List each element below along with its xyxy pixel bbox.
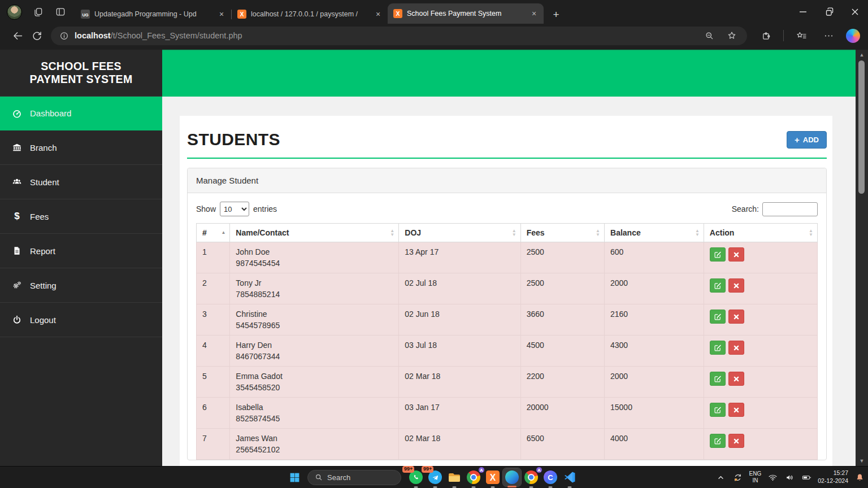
column-label: DOJ <box>405 228 421 237</box>
taskbar-app-vscode[interactable] <box>561 468 579 486</box>
tab-actions-icon[interactable] <box>54 5 67 19</box>
student-row: 6Isabella852587454503 Jan 172000015000 <box>197 398 818 429</box>
page-length-select[interactable]: 10 <box>220 202 249 216</box>
tab-close-icon[interactable]: × <box>529 8 539 19</box>
sidebar-item-label: Student <box>30 177 59 187</box>
edit-button[interactable] <box>710 341 726 355</box>
restore-button[interactable] <box>816 0 842 24</box>
language-indicator[interactable]: ENG IN <box>749 470 762 485</box>
page-length-control: Show 10 entries <box>196 202 277 216</box>
browser-scrollbar[interactable]: ▲ ▼ <box>856 50 868 466</box>
start-button[interactable] <box>286 469 303 486</box>
delete-button[interactable] <box>728 310 744 324</box>
delete-button[interactable] <box>728 278 744 293</box>
clock[interactable]: 15:27 02-12-2024 <box>818 469 848 485</box>
sidebar-item-setting[interactable]: Setting <box>0 268 162 303</box>
top-header-bar <box>162 50 856 97</box>
edit-button[interactable] <box>710 247 726 262</box>
taskbar-app-telegram[interactable]: 99+ <box>426 468 444 486</box>
tray-chevron-up-icon[interactable] <box>715 472 727 483</box>
toolbar-divider <box>783 30 784 41</box>
tray-date: 02-12-2024 <box>818 477 848 485</box>
edit-button[interactable] <box>710 434 726 448</box>
edit-button[interactable] <box>710 403 726 417</box>
settings-more-icon[interactable] <box>819 26 838 45</box>
column-header-action[interactable]: Action▲▼ <box>704 224 817 242</box>
taskbar-app-edge[interactable] <box>503 468 521 486</box>
column-header-balance[interactable]: Balance▲▼ <box>605 224 704 242</box>
column-label: Balance <box>610 228 641 237</box>
scroll-up-arrow[interactable]: ▲ <box>856 52 868 58</box>
delete-button[interactable] <box>728 372 744 386</box>
site-info-icon[interactable] <box>58 29 70 42</box>
cell-doj: 03 Jul 18 <box>399 336 520 367</box>
table-search-control: Search: <box>732 202 818 216</box>
column-header-fees[interactable]: Fees▲▼ <box>520 224 604 242</box>
battery-icon[interactable] <box>801 472 812 483</box>
delete-button[interactable] <box>728 403 744 417</box>
back-button[interactable] <box>8 26 27 45</box>
notification-count-badge: 99+ <box>402 466 414 473</box>
address-bar[interactable]: localhost/t/School_Fees_System/student.p… <box>51 27 747 45</box>
tab-close-icon[interactable]: × <box>216 9 227 19</box>
taskbar-app-chrome[interactable]: A <box>465 468 483 486</box>
workspaces-icon[interactable] <box>31 5 45 19</box>
new-tab-button[interactable]: + <box>548 6 564 22</box>
sidebar-item-label: Branch <box>30 143 57 152</box>
zoom-out-icon[interactable] <box>702 28 717 43</box>
delete-button[interactable] <box>728 341 744 355</box>
column-header-name-contact[interactable]: Name/Contact▲▼ <box>230 224 399 242</box>
edit-button[interactable] <box>710 310 726 324</box>
browser-tab[interactable]: UGUpdategadh Programming - Upd× <box>75 5 231 24</box>
sidebar-item-dashboard[interactable]: Dashboard <box>0 96 162 130</box>
favorite-star-icon[interactable] <box>724 28 739 43</box>
sidebar-item-student[interactable]: Student <box>0 165 162 199</box>
favorites-list-icon[interactable] <box>792 26 811 45</box>
delete-button[interactable] <box>728 247 744 262</box>
c-app-icon: C <box>544 470 557 484</box>
volume-icon[interactable] <box>784 472 795 483</box>
copilot-icon[interactable] <box>846 29 860 43</box>
sort-both-icon: ▲▼ <box>596 229 600 237</box>
cell-balance: 2000 <box>605 273 704 304</box>
cell-action <box>704 367 817 398</box>
notification-bell-icon[interactable] <box>854 472 865 483</box>
extensions-icon[interactable] <box>756 26 775 45</box>
browser-tab[interactable]: Xlocalhost / 127.0.0.1 / paysystem /× <box>232 5 388 24</box>
delete-button[interactable] <box>728 434 744 448</box>
edit-button[interactable] <box>710 372 726 386</box>
sidebar-item-fees[interactable]: $Fees <box>0 199 162 234</box>
student-contact: 7854885214 <box>236 290 393 299</box>
sidebar-item-branch[interactable]: Branch <box>0 130 162 165</box>
sidebar-item-logout[interactable]: Logout <box>0 303 162 337</box>
taskbar-app-xampp[interactable]: X <box>484 468 502 486</box>
cell-action <box>704 304 817 336</box>
column-header-doj[interactable]: DOJ▲▼ <box>399 224 520 242</box>
edit-button[interactable] <box>710 278 726 293</box>
browser-titlebar: UGUpdategadh Programming - Upd×Xlocalhos… <box>0 0 868 24</box>
taskbar-app-chrome[interactable]: A <box>522 468 540 486</box>
page-header: STUDENTS + ADD <box>187 130 827 149</box>
tab-close-icon[interactable]: × <box>373 9 383 19</box>
minimize-button[interactable] <box>790 0 816 24</box>
wifi-icon[interactable] <box>767 472 778 483</box>
scroll-down-arrow[interactable]: ▼ <box>856 458 868 464</box>
taskbar-app-c-app[interactable]: C <box>541 468 559 486</box>
scrollbar-thumb[interactable] <box>858 60 865 194</box>
student-row: 7James Wan256545210202 Mar 1865004000 <box>197 429 818 460</box>
column-header-index[interactable]: #▲ <box>197 224 230 242</box>
refresh-button[interactable] <box>27 26 46 45</box>
column-label: # <box>202 228 207 237</box>
browser-profile-avatar[interactable] <box>7 5 22 20</box>
sidebar-item-report[interactable]: Report <box>0 234 162 268</box>
taskbar-search[interactable]: Search <box>307 470 401 485</box>
close-button[interactable] <box>842 0 868 24</box>
bank-icon <box>10 142 24 152</box>
taskbar-app-file-explorer[interactable] <box>445 468 463 486</box>
sync-update-icon[interactable] <box>732 472 744 483</box>
search-input[interactable] <box>762 202 818 216</box>
browser-tab-active[interactable]: XSchool Fees Payment System× <box>388 3 544 24</box>
titlebar-left <box>0 5 75 20</box>
add-button[interactable]: + ADD <box>787 131 827 149</box>
cell-index: 1 <box>197 242 230 273</box>
